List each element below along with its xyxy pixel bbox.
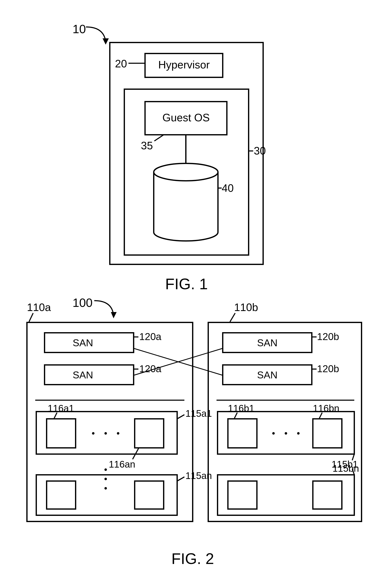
slot-an-right <box>135 481 164 509</box>
ref35-label: 35 <box>141 140 153 152</box>
guestos-label: Guest OS <box>162 112 210 124</box>
ref120b-1: 120b <box>317 331 339 342</box>
fig2-caption: FIG. 2 <box>171 550 214 567</box>
ref100-arrow <box>94 301 114 315</box>
svg-point-4 <box>105 432 107 434</box>
svg-point-3 <box>92 432 95 434</box>
san-b2-label: SAN <box>257 370 278 380</box>
slot-116an <box>135 419 164 448</box>
ref120a-1: 120a <box>139 331 161 342</box>
disk-cylinder <box>154 163 218 241</box>
ref115a1-leader <box>177 415 184 419</box>
svg-point-7 <box>105 478 107 480</box>
ref115bn-label: 115bn <box>333 463 359 474</box>
slot-116bn <box>313 419 342 448</box>
ref110b-label: 110b <box>234 301 258 313</box>
ref30-label: 30 <box>254 145 266 157</box>
slot-bn-left <box>228 481 257 509</box>
ref10-label: 10 <box>73 22 86 36</box>
fig2-group: 100 110a SAN 120a SAN 120a 116a1 116an <box>27 296 362 567</box>
hypervisor-label: Hypervisor <box>158 59 210 71</box>
ref120b-2: 120b <box>317 363 339 374</box>
svg-point-9 <box>272 432 275 434</box>
svg-point-5 <box>117 432 119 434</box>
san-b1-label: SAN <box>257 337 278 348</box>
ref40-label: 40 <box>222 182 234 194</box>
ref100-label: 100 <box>73 296 93 309</box>
san-a1-label: SAN <box>73 337 93 348</box>
ref10-arrowhead <box>103 38 109 45</box>
ref116bn-label: 116bn <box>313 403 339 414</box>
ref100-arrowhead <box>111 312 117 318</box>
slot-bn-right <box>313 481 342 509</box>
san-a2-label: SAN <box>73 370 93 380</box>
ref116b1-label: 116b1 <box>228 403 254 414</box>
slot-an-left <box>47 481 76 509</box>
diagram-svg: Hypervisor 20 10 30 Guest OS 35 40 <box>0 0 392 576</box>
slot-116b1 <box>228 419 257 448</box>
ref110a-label: 110a <box>27 301 51 313</box>
svg-point-6 <box>105 468 107 471</box>
svg-point-10 <box>285 432 287 434</box>
ref110a-leader <box>29 313 33 322</box>
fig1-caption: FIG. 1 <box>165 275 208 292</box>
svg-point-0 <box>154 163 218 181</box>
svg-point-8 <box>105 487 107 490</box>
svg-point-11 <box>297 432 300 434</box>
ref20-label: 20 <box>115 58 127 70</box>
ref35-leader <box>154 135 164 141</box>
ref10-arrow <box>86 27 106 41</box>
ref116an-label: 116an <box>109 459 135 470</box>
ref116a1-label: 116a1 <box>48 403 74 414</box>
slot-116a1 <box>47 419 76 448</box>
ref110b-leader <box>230 313 235 322</box>
ref115an-leader <box>177 477 184 481</box>
fig1-group: Hypervisor 20 10 30 Guest OS 35 40 <box>73 22 266 292</box>
